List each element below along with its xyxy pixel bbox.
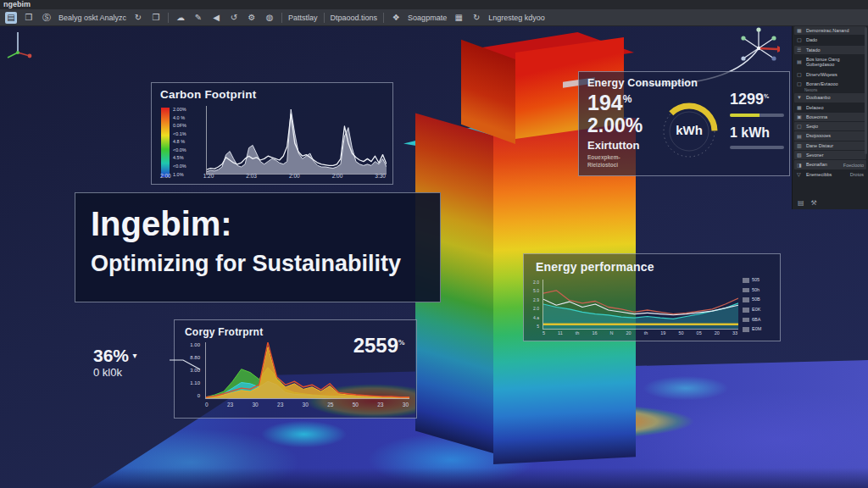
sidebar-item-value: Foeclooto bbox=[843, 163, 864, 168]
sidebar-item[interactable]: ▧Sevoner bbox=[794, 151, 866, 159]
checkbox-icon: ▢ bbox=[797, 81, 804, 86]
sidebar-item-label: Boueonna bbox=[806, 114, 827, 119]
y-tick-label: 1.10 bbox=[190, 380, 200, 385]
performance-legend: 50550h50BE0K6BAE0M bbox=[743, 278, 761, 332]
gauge-unit-label: kWh bbox=[657, 123, 721, 137]
app-window: ngebim ▤❒ⓈBealyg oskt Analyzc↻❐☁✎◀↺⚙◍Pat… bbox=[0, 0, 868, 488]
y-tick-label: 5 bbox=[537, 324, 539, 329]
caret-down-icon[interactable]: ▾ bbox=[132, 351, 136, 360]
sidebar-item-label: Tatado bbox=[806, 47, 821, 53]
y-tick-label: 0 bbox=[198, 393, 200, 398]
energy-progress-bar-2 bbox=[730, 146, 784, 149]
sidebar-item[interactable]: ▢Dinerv/Wiqews bbox=[794, 70, 866, 79]
toolbar-menu-label[interactable]: Pattstlay bbox=[288, 14, 318, 22]
energy-consumption-panel: Energy Consumption 194% 2.00% Exirtutton… bbox=[578, 71, 790, 176]
legend-label: 6BA bbox=[743, 318, 761, 323]
x-tick-label: 50 bbox=[353, 402, 359, 408]
globe-icon[interactable]: ◍ bbox=[264, 12, 275, 24]
select-tool-icon[interactable]: ▤ bbox=[5, 12, 17, 24]
sidebar-footer: ▤⚒ bbox=[798, 199, 817, 207]
energy-main-value: 194% bbox=[587, 91, 632, 115]
energy-kwh-value: 1 kWh bbox=[730, 125, 784, 141]
legend-label: 505 bbox=[743, 278, 761, 283]
speaker-icon[interactable]: ◀ bbox=[210, 12, 222, 24]
carbon-x-axis: 2:001:202:032:002:003:30 bbox=[160, 173, 386, 179]
x-tick-label: 19 bbox=[660, 330, 665, 336]
settings-circle-icon[interactable]: Ⓢ bbox=[41, 12, 53, 24]
energy-subtext-1: Eouexpkem- bbox=[587, 154, 620, 160]
legend-label: E0K bbox=[743, 308, 761, 313]
sidebar-scrollbar[interactable] bbox=[865, 27, 867, 154]
legend-label: 50h bbox=[743, 288, 761, 293]
legend-label: 4.5% bbox=[173, 156, 202, 161]
layers-icon: ▤ bbox=[797, 59, 804, 64]
legend-label: <0.1% bbox=[173, 132, 202, 137]
energy-consumption-title: Energy Consumption bbox=[587, 77, 698, 89]
y-tick-label: 2.0 bbox=[533, 280, 539, 285]
toolbar-separator bbox=[324, 13, 325, 23]
box-icon: ▢ bbox=[797, 37, 804, 42]
legend-label: <0.0% bbox=[173, 148, 202, 153]
energy-performance-title: Energy performance bbox=[536, 260, 654, 274]
x-tick-label: 30 bbox=[403, 402, 409, 408]
sidebar-item[interactable]: ▦Delaoeo bbox=[794, 103, 866, 112]
document-icon[interactable]: ❐ bbox=[150, 12, 162, 24]
y-tick-label: 4.a bbox=[533, 315, 539, 320]
sidebar-item[interactable]: ☰Tatado bbox=[794, 46, 866, 54]
sidebar-item[interactable]: ▢Bonan/Evtaooo bbox=[794, 80, 866, 88]
sidebar-item[interactable]: ▼Doobaanbo bbox=[794, 93, 866, 102]
toolbar-separator bbox=[383, 13, 384, 23]
toolbar-menu-label[interactable]: Dtpaood.tions bbox=[331, 14, 378, 22]
sidebar-item[interactable]: ▢Dado bbox=[794, 36, 866, 44]
axis-tripod-icon[interactable] bbox=[3, 27, 34, 68]
toolbar-menu-label[interactable]: Soagpmate bbox=[408, 14, 447, 22]
performance-x-axis: 511th16N20th1950052033 bbox=[542, 330, 737, 336]
list-icon: ☰ bbox=[797, 47, 804, 53]
x-tick-label: 20 bbox=[626, 330, 632, 336]
sidebar-item-label: Enemecibbs bbox=[806, 172, 832, 177]
cloud-icon[interactable]: ☁ bbox=[175, 12, 186, 24]
sidebar-item[interactable]: ▤Bos lonue Oang Gobergdasoo bbox=[794, 55, 866, 69]
refresh-icon[interactable]: ↻ bbox=[132, 12, 144, 24]
y-tick-label: 2.9 bbox=[533, 297, 539, 302]
sidebar-item[interactable]: ▽EnemecibbsDrotos bbox=[794, 170, 866, 179]
x-tick-label: 25 bbox=[327, 402, 333, 408]
toolbar-menu-label[interactable]: Bealyg oskt Analyzc bbox=[58, 14, 126, 22]
tools-icon[interactable]: ⚒ bbox=[811, 199, 817, 207]
grid-icon: ▦ bbox=[797, 105, 804, 110]
carbon-legend-labels: 2.00%4.0 %0.0F%<0.1%4.8 %<0.0%4.5%<0.0%1… bbox=[173, 108, 202, 177]
box-icon: ▣ bbox=[797, 114, 804, 119]
snap-icon[interactable]: ❖ bbox=[390, 12, 402, 24]
kwh-gauge: kWh bbox=[657, 99, 721, 164]
sidebar-item[interactable]: ▦Demonstrac.Nanand bbox=[794, 26, 866, 35]
sidebar-item-label: Dsojooooes bbox=[806, 133, 831, 138]
sidebar-item-label: Bos lonue Oang Gobergdasoo bbox=[806, 57, 864, 68]
x-tick-label: th bbox=[576, 330, 580, 336]
panel-icon[interactable]: ▤ bbox=[798, 199, 804, 207]
pen-icon[interactable]: ✎ bbox=[192, 12, 204, 24]
x-tick-label: N bbox=[610, 330, 614, 336]
undo-icon[interactable]: ↺ bbox=[228, 12, 240, 24]
toolbar-menu-label[interactable]: Lngresteg kdyoo bbox=[488, 14, 545, 22]
panels-icon[interactable]: ❒ bbox=[23, 12, 35, 24]
x-tick-label: 2:03 bbox=[246, 173, 257, 179]
sidebar-item[interactable]: ▥Dane Distaur bbox=[794, 141, 866, 150]
grid-icon[interactable]: ▦ bbox=[453, 12, 465, 24]
sidebar-item[interactable]: ▢Seqio bbox=[794, 122, 866, 130]
sidebar-item[interactable]: ◨BeonaflanFoeclooto bbox=[794, 160, 866, 169]
callout-connector bbox=[168, 356, 202, 374]
sidebar-item[interactable]: ▣Boueonna bbox=[794, 113, 866, 121]
sidebar-item[interactable]: ▤Dsojooooes bbox=[794, 131, 866, 140]
rows-icon: ▤ bbox=[797, 134, 804, 139]
sidebar-item-label: Dinerv/Wiqews bbox=[806, 72, 837, 77]
legend-label: 4.8 % bbox=[173, 140, 202, 145]
toolbar-separator bbox=[168, 13, 169, 23]
carbon-footprint-panel: Carbon Footprint 2.00%4.0 %0.0F%<0.1%4.8… bbox=[151, 82, 393, 185]
x-tick-label: 23 bbox=[277, 402, 283, 408]
energy-performance-panel: Energy performance 2.05.02.92.04.a5 5055… bbox=[523, 253, 781, 341]
energy-subtext-2: Rieiziostoci bbox=[587, 162, 618, 168]
sync-icon[interactable]: ↻ bbox=[470, 12, 482, 24]
performance-y-axis: 2.05.02.92.04.a5 bbox=[527, 280, 539, 329]
gear-icon[interactable]: ⚙ bbox=[246, 12, 258, 24]
columns-icon: ▥ bbox=[797, 143, 804, 148]
